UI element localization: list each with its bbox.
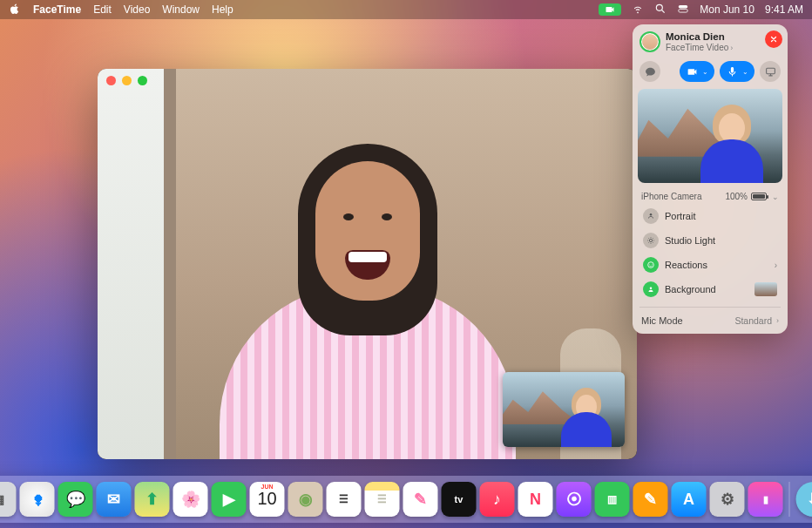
screen-share-button[interactable]: [760, 61, 781, 82]
menu-video[interactable]: Video: [124, 3, 150, 16]
caller-avatar: [639, 31, 660, 52]
option-label: Portrait: [665, 211, 695, 221]
svg-rect-2: [679, 4, 688, 7]
dock-freeform[interactable]: ✎: [403, 482, 438, 517]
panel-header: Monica Dien FaceTime Video›: [633, 24, 788, 58]
wifi-icon[interactable]: [632, 3, 644, 17]
background-thumbnail: [754, 282, 777, 296]
menubar-time[interactable]: 9:41 AM: [765, 3, 803, 16]
option-label: Reactions: [665, 260, 707, 270]
svg-point-10: [650, 288, 653, 290]
chevron-right-icon: ›: [775, 261, 777, 270]
dock-pages[interactable]: ✎: [633, 482, 668, 517]
window-minimize-button[interactable]: [122, 76, 132, 85]
option-background[interactable]: Background: [638, 277, 782, 301]
chevron-right-icon: ›: [730, 44, 733, 52]
dock-podcasts[interactable]: ⦿: [557, 482, 592, 517]
dock-launchpad[interactable]: ▦: [0, 482, 17, 517]
dock: ☺ ▦ ⧭ 💬 ✉ ⬆ 🌸 ▶ JUN 10 ◉ ☰ ☰ ✎ tv ♪ N ⦿ …: [0, 476, 812, 523]
chevron-down-icon: ⌄: [772, 193, 779, 201]
dock-settings[interactable]: ⚙: [710, 482, 745, 517]
apple-logo-icon[interactable]: [9, 3, 21, 17]
chevron-right-icon: ›: [776, 316, 779, 325]
dock-news[interactable]: N: [518, 482, 553, 517]
svg-point-9: [652, 264, 653, 265]
dock-tv[interactable]: tv: [442, 482, 477, 517]
self-view-pip[interactable]: [503, 372, 625, 447]
dock-safari[interactable]: ⧭: [20, 482, 55, 517]
studio-light-icon: [643, 233, 659, 248]
facetime-control-panel: Monica Dien FaceTime Video› ⌄ ⌄: [633, 24, 788, 334]
svg-point-0: [657, 4, 663, 10]
svg-rect-3: [679, 9, 688, 11]
option-label: Studio Light: [665, 235, 715, 246]
mic-mode-row[interactable]: Mic Mode Standard›: [633, 309, 788, 334]
background-icon: [643, 281, 659, 297]
option-label: Background: [665, 284, 716, 294]
svg-point-7: [648, 262, 654, 268]
mic-mode-label: Mic Mode: [641, 315, 683, 326]
menu-edit[interactable]: Edit: [93, 3, 112, 16]
dock-maps[interactable]: ⬆: [135, 482, 170, 517]
dock-mail[interactable]: ✉: [97, 482, 132, 517]
mic-mode-value: Standard: [734, 315, 772, 326]
dock-divider: [789, 482, 790, 517]
control-center-icon[interactable]: [677, 3, 689, 17]
option-studio-light[interactable]: Studio Light: [638, 228, 782, 253]
caller-name: Monica Dien: [666, 31, 733, 43]
dock-appstore[interactable]: A: [672, 482, 707, 517]
menu-help[interactable]: Help: [212, 3, 233, 16]
dock-numbers[interactable]: ▥: [595, 482, 630, 517]
svg-point-5: [650, 213, 653, 216]
battery-icon: [751, 193, 767, 200]
remote-caller-video: [211, 111, 524, 459]
dock-music[interactable]: ♪: [480, 482, 515, 517]
chevron-down-icon: ⌄: [742, 68, 748, 76]
camera-source-label: iPhone Camera: [641, 192, 701, 201]
svg-point-8: [649, 264, 650, 265]
svg-point-6: [649, 239, 652, 241]
spotlight-icon[interactable]: [654, 3, 667, 17]
mic-toggle-button[interactable]: ⌄: [720, 61, 754, 82]
battery-percent: 100%: [725, 192, 748, 201]
portrait-icon: [643, 208, 659, 224]
reactions-icon: [643, 257, 659, 273]
dock-downloads[interactable]: ⬇: [796, 482, 813, 517]
dock-photos[interactable]: 🌸: [173, 482, 208, 517]
menu-window[interactable]: Window: [162, 3, 200, 16]
calendar-day: 10: [257, 490, 276, 507]
dock-notes[interactable]: ☰: [365, 482, 400, 517]
camera-indicator[interactable]: [599, 3, 621, 16]
menubar-app-name[interactable]: FaceTime: [33, 3, 81, 16]
svg-line-1: [662, 10, 665, 12]
dock-calendar[interactable]: JUN 10: [250, 482, 285, 517]
dock-reminders[interactable]: ☰: [327, 482, 362, 517]
dock-iphone-mirroring[interactable]: ▮: [748, 482, 783, 517]
call-type-label[interactable]: FaceTime Video: [666, 43, 728, 52]
dock-facetime[interactable]: ▶: [212, 482, 247, 517]
call-controls-row: ⌄ ⌄: [633, 58, 788, 89]
camera-toggle-button[interactable]: ⌄: [680, 61, 714, 82]
window-fullscreen-button[interactable]: [138, 76, 147, 85]
window-close-button[interactable]: [106, 76, 116, 85]
svg-rect-4: [766, 68, 775, 74]
chevron-down-icon: ⌄: [702, 68, 708, 76]
end-call-button[interactable]: [765, 30, 782, 48]
facetime-window[interactable]: [98, 69, 637, 459]
option-portrait[interactable]: Portrait: [638, 204, 782, 228]
option-reactions[interactable]: Reactions ›: [638, 253, 782, 277]
desktop: FaceTime Edit Video Window Help Mon Jun …: [0, 0, 812, 528]
menubar: FaceTime Edit Video Window Help Mon Jun …: [0, 0, 812, 19]
camera-source-row[interactable]: iPhone Camera 100% ⌄: [633, 188, 788, 204]
window-traffic-lights: [106, 76, 147, 85]
dock-contacts[interactable]: ◉: [288, 482, 323, 517]
menubar-date[interactable]: Mon Jun 10: [700, 3, 754, 16]
dock-messages[interactable]: 💬: [58, 482, 93, 517]
messages-button[interactable]: [639, 61, 660, 82]
self-preview: [638, 89, 782, 183]
